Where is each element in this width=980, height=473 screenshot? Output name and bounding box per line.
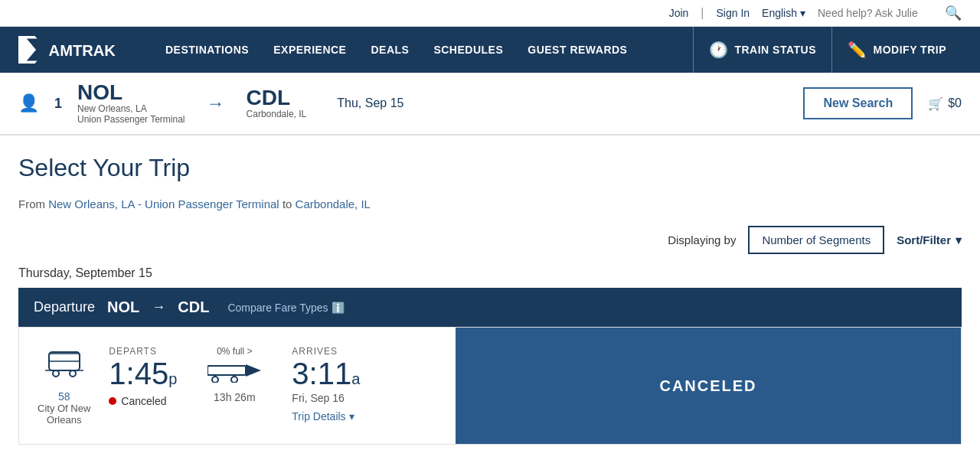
train-icon <box>38 346 90 387</box>
trip-canceled-panel: CANCELED <box>456 328 961 444</box>
cart-area[interactable]: 🛒 $0 <box>928 96 962 111</box>
arrives-label: ARRIVES <box>292 346 360 357</box>
capacity-label: 0% full > <box>217 346 252 357</box>
svg-rect-9 <box>207 366 246 375</box>
cart-amount: $0 <box>948 96 962 110</box>
sort-filter-button[interactable]: Sort/Filter ▾ <box>897 233 962 247</box>
svg-point-7 <box>70 370 76 377</box>
train-name: City Of New Orleans <box>38 403 90 426</box>
origin-code: NOL <box>77 82 185 103</box>
compare-fare-button[interactable]: Compare Fare Types ℹ️ <box>227 302 344 314</box>
svg-text:AMTRAK: AMTRAK <box>49 42 116 59</box>
cart-icon: 🛒 <box>928 96 943 111</box>
train-status-button[interactable]: 🕐 TRAIN STATUS <box>693 27 831 73</box>
page-title: Select Your Trip <box>18 154 962 182</box>
nav-experience[interactable]: EXPERIENCE <box>261 27 358 73</box>
train-line-graphic <box>207 360 261 388</box>
departure-origin-code: NOL <box>107 298 139 316</box>
language-selector[interactable]: English ▾ <box>762 7 805 19</box>
destination-name: Carbondale, IL <box>247 109 307 119</box>
svg-marker-10 <box>246 364 261 377</box>
nav-links: DESTINATIONS EXPERIENCE DEALS SCHEDULES … <box>153 27 693 73</box>
depart-time: 1:45p <box>109 358 177 389</box>
departs-label: DEPARTS <box>109 346 177 357</box>
svg-point-11 <box>212 377 218 383</box>
duration: 13h 26m <box>214 391 255 403</box>
search-bar: 👤 1 NOL New Orleans, LA Union Passenger … <box>0 73 980 135</box>
nav-destinations[interactable]: DESTINATIONS <box>153 27 261 73</box>
departure-label: Departure <box>34 299 95 315</box>
clock-icon: 🕐 <box>709 41 729 59</box>
canceled-label: CANCELED <box>659 377 756 395</box>
trip-middle: 0% full > 13h 26m <box>195 346 273 403</box>
svg-point-6 <box>53 370 59 377</box>
passenger-count: 1 <box>54 96 62 112</box>
display-bar: Displaying by Number of Segments Sort/Fi… <box>18 226 962 254</box>
departure-banner: Departure NOL → CDL Compare Fare Types ℹ… <box>18 288 962 327</box>
departure-dest-code: CDL <box>178 298 209 316</box>
arrive-date: Fri, Sep 16 <box>292 392 360 404</box>
number-of-segments-button[interactable]: Number of Segments <box>748 226 884 254</box>
train-number: 58 <box>38 390 90 403</box>
chevron-down-icon: ▾ <box>956 233 962 247</box>
destination-link[interactable]: Carbondale, IL <box>296 197 371 210</box>
direction-arrow: → <box>207 93 225 114</box>
destination-station: CDL Carbondale, IL <box>247 87 307 119</box>
origin-terminal: Union Passenger Terminal <box>77 114 185 125</box>
passenger-icon: 👤 <box>18 93 39 113</box>
destination-code: CDL <box>247 87 307 109</box>
nav-right: 🕐 TRAIN STATUS ✏️ MODIFY TRIP <box>693 27 962 73</box>
new-search-button[interactable]: New Search <box>803 87 913 119</box>
origin-link[interactable]: New Orleans, LA - Union Passenger Termin… <box>48 197 279 210</box>
join-link[interactable]: Join <box>669 7 689 19</box>
travel-date: Thu, Sep 15 <box>337 96 788 110</box>
train-icon-area: 58 City Of New Orleans <box>38 346 90 426</box>
amtrak-logo[interactable]: AMTRAK <box>18 36 129 64</box>
ask-julie-input[interactable] <box>818 7 940 19</box>
divider: | <box>701 6 704 20</box>
trip-details-link[interactable]: Trip Details ▾ <box>292 410 360 422</box>
nav-schedules[interactable]: SCHEDULES <box>421 27 515 73</box>
canceled-status: Canceled <box>109 395 177 407</box>
date-header: Thursday, September 15 <box>18 266 962 280</box>
top-nav: Join | Sign In English ▾ 🔍 <box>0 0 980 27</box>
svg-rect-5 <box>49 354 80 361</box>
departure-direction-arrow: → <box>152 299 165 315</box>
departs-section: DEPARTS 1:45p Canceled <box>109 346 177 407</box>
pencil-icon: ✏️ <box>848 41 867 59</box>
route-summary: From New Orleans, LA - Union Passenger T… <box>18 197 962 210</box>
arrives-section: ARRIVES 3:11a Fri, Sep 16 Trip Details ▾ <box>292 346 360 422</box>
chevron-down-icon: ▾ <box>349 410 354 422</box>
signin-link[interactable]: Sign In <box>716 7 750 19</box>
displaying-by-label: Displaying by <box>668 233 736 246</box>
main-nav: AMTRAK DESTINATIONS EXPERIENCE DEALS SCH… <box>0 27 980 73</box>
svg-point-12 <box>231 377 237 383</box>
arrive-time: 3:11a <box>292 358 360 389</box>
trip-left-panel: 58 City Of New Orleans DEPARTS 1:45p Can… <box>19 328 456 444</box>
nav-deals[interactable]: DEALS <box>358 27 421 73</box>
trip-card: 58 City Of New Orleans DEPARTS 1:45p Can… <box>18 327 962 445</box>
ask-julie-area: 🔍 <box>818 5 962 21</box>
origin-station: NOL New Orleans, LA Union Passenger Term… <box>77 82 185 125</box>
search-icon[interactable]: 🔍 <box>945 5 962 21</box>
canceled-dot <box>109 397 116 405</box>
info-icon: ℹ️ <box>332 302 345 314</box>
origin-name: New Orleans, LA <box>77 103 185 114</box>
modify-trip-button[interactable]: ✏️ MODIFY TRIP <box>831 27 962 73</box>
nav-guest-rewards[interactable]: GUEST REWARDS <box>515 27 639 73</box>
main-content: Select Your Trip From New Orleans, LA - … <box>0 135 980 445</box>
